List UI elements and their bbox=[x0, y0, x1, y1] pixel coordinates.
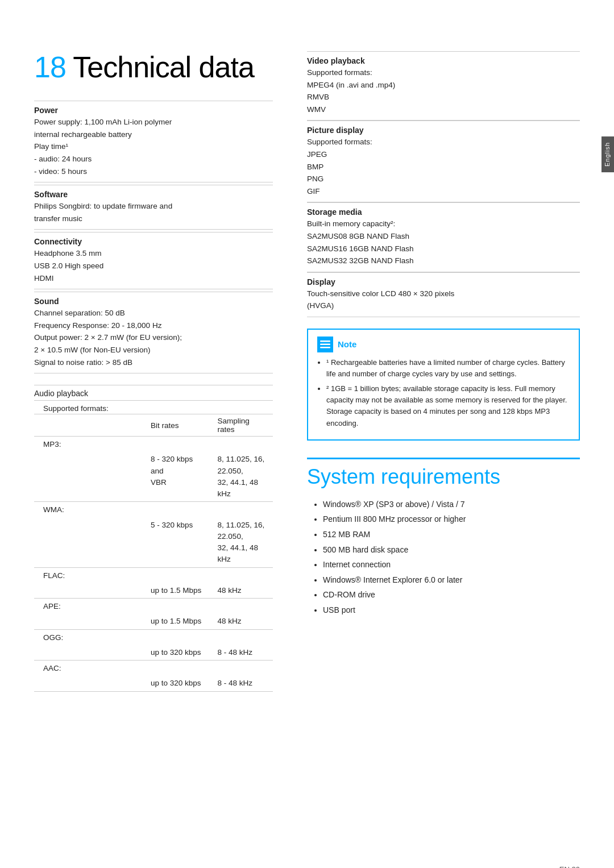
section-picture-display-header: Picture display bbox=[307, 121, 580, 135]
section-sound: Sound Channel separation: 50 dB Frequenc… bbox=[34, 292, 273, 373]
page-wrapper: English 18 Technical data Power Power su… bbox=[0, 23, 614, 868]
mp3-bit-rates: 8 - 320 kbps andVBR bbox=[142, 452, 209, 502]
table-row: OGG: bbox=[34, 629, 273, 645]
section-video-playback-content: Supported formats: MPEG4 (in .avi and .m… bbox=[307, 67, 580, 115]
note-icon bbox=[317, 337, 333, 352]
list-item: 512 MB RAM bbox=[323, 527, 580, 542]
section-display-header: Display bbox=[307, 272, 580, 286]
list-item: ¹ Rechargeable batteries have a limited … bbox=[326, 357, 570, 380]
section-power: Power Power supply: 1,100 mAh Li-ion pol… bbox=[34, 101, 273, 182]
col-sampling-rates: Sampling rates bbox=[209, 414, 273, 437]
page-number: EN 39 bbox=[559, 865, 580, 868]
section-picture-display: Picture display Supported formats: JPEG … bbox=[307, 121, 580, 202]
ogg-sampling-rates: 8 - 48 kHz bbox=[209, 645, 273, 661]
list-item: USB port bbox=[323, 603, 580, 618]
list-item: CD-ROM drive bbox=[323, 587, 580, 603]
format-table: Bit rates Sampling rates MP3: 8 - 320 kb… bbox=[34, 414, 273, 692]
section-display-content: Touch-sensitive color LCD 480 × 320 pixe… bbox=[307, 288, 580, 312]
table-row: APE: bbox=[34, 599, 273, 614]
table-row: 8 - 320 kbps andVBR 8, 11.025, 16, 22.05… bbox=[34, 452, 273, 502]
section-software: Software Philips Songbird: to update fir… bbox=[34, 185, 273, 230]
ape-bit-rates: up to 1.5 Mbps bbox=[142, 614, 209, 629]
mp3-sampling-rates: 8, 11.025, 16, 22.050,32, 44.1, 48 kHz bbox=[209, 452, 273, 502]
note-box: Note ¹ Rechargeable batteries have a lim… bbox=[307, 329, 580, 441]
table-row: WMA: bbox=[34, 502, 273, 518]
section-picture-display-content: Supported formats: JPEG BMP PNG GIF bbox=[307, 136, 580, 197]
svg-rect-2 bbox=[320, 347, 330, 348]
section-power-content: Power supply: 1,100 mAh Li-ion polymer i… bbox=[34, 116, 273, 177]
format-aac-name: AAC: bbox=[34, 661, 273, 676]
col-format-name bbox=[34, 414, 142, 437]
supported-formats-label: Supported formats: bbox=[34, 401, 273, 414]
table-row: MP3: bbox=[34, 437, 273, 452]
section-sound-header: Sound bbox=[34, 292, 273, 306]
aac-bit-rates: up to 320 kbps bbox=[142, 676, 209, 691]
ogg-bit-rates: up to 320 kbps bbox=[142, 645, 209, 661]
list-item: Windows® Internet Explorer 6.0 or later bbox=[323, 572, 580, 588]
section-software-content: Philips Songbird: to update firmware and… bbox=[34, 200, 273, 225]
note-label: Note bbox=[338, 338, 356, 351]
left-column: 18 Technical data Power Power supply: 1,… bbox=[34, 51, 296, 862]
section-storage-media-content: Built-in memory capacity²: SA2MUS08 8GB … bbox=[307, 218, 580, 267]
table-row: up to 320 kbps 8 - 48 kHz bbox=[34, 645, 273, 661]
title-text: Technical data bbox=[73, 51, 254, 84]
audio-playback-header: Audio playback bbox=[34, 385, 273, 401]
note-header: Note bbox=[317, 337, 570, 352]
flac-sampling-rates: 48 kHz bbox=[209, 583, 273, 599]
right-column: Video playback Supported formats: MPEG4 … bbox=[296, 51, 580, 862]
list-item: Pentium III 800 MHz processor or higher bbox=[323, 512, 580, 527]
svg-rect-0 bbox=[320, 340, 330, 342]
table-row: FLAC: bbox=[34, 567, 273, 583]
section-display: Display Touch-sensitive color LCD 480 × … bbox=[307, 272, 580, 317]
section-connectivity: Connectivity Headphone 3.5 mm USB 2.0 Hi… bbox=[34, 232, 273, 289]
table-row: up to 320 kbps 8 - 48 kHz bbox=[34, 676, 273, 691]
col-bit-rates: Bit rates bbox=[142, 414, 209, 437]
section-sound-content: Channel separation: 50 dB Frequency Resp… bbox=[34, 307, 273, 368]
list-item: Windows® XP (SP3 or above) / Vista / 7 bbox=[323, 497, 580, 512]
section-power-header: Power bbox=[34, 101, 273, 115]
list-item: Internet connection bbox=[323, 557, 580, 572]
section-video-playback-header: Video playback bbox=[307, 51, 580, 65]
system-requirements-title: System requirements bbox=[307, 458, 580, 489]
section-audio-playback: Audio playback Supported formats: Bit ra… bbox=[34, 385, 273, 692]
note-list: ¹ Rechargeable batteries have a limited … bbox=[317, 357, 570, 429]
wma-bit-rates: 5 - 320 kbps bbox=[142, 518, 209, 568]
list-item: ² 1GB = 1 billion bytes; available stora… bbox=[326, 383, 570, 429]
chapter-number: 18 bbox=[34, 51, 66, 84]
section-storage-media-header: Storage media bbox=[307, 202, 580, 217]
format-ape-name: APE: bbox=[34, 599, 273, 614]
section-software-header: Software bbox=[34, 185, 273, 199]
format-flac-name: FLAC: bbox=[34, 567, 273, 583]
format-wma-name: WMA: bbox=[34, 502, 273, 518]
table-row: AAC: bbox=[34, 661, 273, 676]
format-ogg-name: OGG: bbox=[34, 629, 273, 645]
section-storage-media: Storage media Built-in memory capacity²:… bbox=[307, 202, 580, 272]
table-row: up to 1.5 Mbps 48 kHz bbox=[34, 614, 273, 629]
table-row: 5 - 320 kbps 8, 11.025, 16, 22.050,32, 4… bbox=[34, 518, 273, 568]
section-video-playback: Video playback Supported formats: MPEG4 … bbox=[307, 51, 580, 121]
wma-sampling-rates: 8, 11.025, 16, 22.050,32, 44.1, 48 kHz bbox=[209, 518, 273, 568]
aac-sampling-rates: 8 - 48 kHz bbox=[209, 676, 273, 691]
page-title: 18 Technical data bbox=[34, 51, 273, 84]
side-tab: English bbox=[601, 136, 614, 172]
system-requirements-section: System requirements Windows® XP (SP3 or … bbox=[307, 458, 580, 618]
system-requirements-list: Windows® XP (SP3 or above) / Vista / 7 P… bbox=[307, 497, 580, 618]
svg-rect-1 bbox=[320, 343, 330, 345]
section-connectivity-header: Connectivity bbox=[34, 232, 273, 246]
flac-bit-rates: up to 1.5 Mbps bbox=[142, 583, 209, 599]
section-connectivity-content: Headphone 3.5 mm USB 2.0 High speed HDMI bbox=[34, 247, 273, 284]
list-item: 500 MB hard disk space bbox=[323, 542, 580, 558]
table-row: up to 1.5 Mbps 48 kHz bbox=[34, 583, 273, 599]
ape-sampling-rates: 48 kHz bbox=[209, 614, 273, 629]
format-mp3-name: MP3: bbox=[34, 437, 273, 452]
